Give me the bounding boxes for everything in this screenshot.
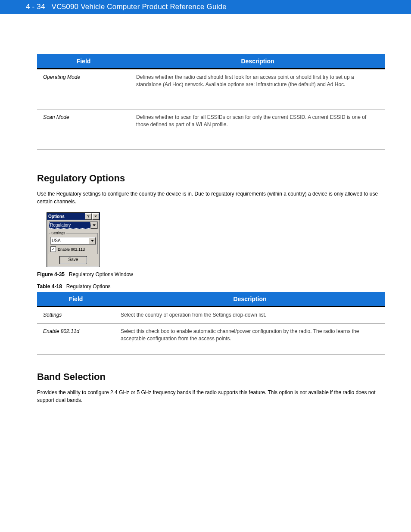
help-button[interactable]: ? (85, 213, 92, 220)
section-band-title: Band Selection (37, 371, 385, 383)
section-regulatory-title: Regulatory Options (37, 173, 385, 184)
table2-row0-field: Settings (37, 307, 115, 324)
table2-caption: Table 4-18 Regulatory Options (37, 283, 385, 289)
table2-row1-field: Enable 802.11d (37, 323, 115, 355)
enable-80211d-label: Enable 802.11d (58, 247, 85, 252)
chevron-down-icon[interactable] (90, 222, 97, 229)
enable-80211d-row[interactable]: ✓ Enable 802.11d (50, 246, 96, 252)
table1-row1-desc: Defines whether to scan for all ESSIDs o… (130, 109, 385, 149)
section-band-body: Provides the ability to configure 2.4 GH… (37, 389, 385, 404)
table-row: Operating Mode Defines whether the radio… (37, 69, 385, 109)
table1-row0-desc: Defines whether the radio card should fi… (130, 69, 385, 109)
country-dropdown[interactable]: USA (50, 237, 96, 245)
save-button[interactable]: Save (59, 256, 87, 264)
dialog-title-text: Options (48, 214, 85, 219)
regulatory-table: Field Description Settings Select the co… (37, 292, 385, 355)
country-dropdown-value: USA (51, 237, 89, 244)
table2-desc-header: Description (115, 292, 385, 307)
table2-field-header: Field (37, 292, 115, 307)
svg-marker-1 (91, 240, 94, 242)
settings-fieldset: Settings USA ✓ Enable 802.11d (49, 231, 98, 254)
figure-caption: Figure 4-35 Regulatory Options Window (37, 271, 385, 277)
table-row: Settings Select the country of operation… (37, 307, 385, 324)
page-number: 4 - 34 (26, 3, 45, 11)
svg-marker-0 (93, 224, 96, 226)
table2-row1-desc: Select this check box to enable automati… (115, 323, 385, 355)
table-row: Enable 802.11d Select this check box to … (37, 323, 385, 355)
table-row: Scan Mode Defines whether to scan for al… (37, 109, 385, 149)
table1-row0-field: Operating Mode (37, 69, 130, 109)
table2-title: Regulatory Options (66, 283, 111, 289)
figure-label: Figure 4-35 (37, 271, 65, 277)
table1-row1-field: Scan Mode (37, 109, 130, 149)
options-dialog: Options ? × Regulatory Settings USA (47, 212, 100, 267)
chevron-down-icon[interactable] (89, 237, 96, 244)
table1-field-header: Field (37, 54, 130, 69)
figure-title: Regulatory Options Window (69, 271, 133, 277)
table1-desc-header: Description (130, 54, 385, 69)
section-regulatory-body: Use the Regulatory settings to configure… (37, 190, 385, 205)
doc-title: VC5090 Vehicle Computer Product Referenc… (52, 3, 227, 11)
operating-mode-table: Field Description Operating Mode Defines… (37, 54, 385, 149)
page-header: 4 - 34 VC5090 Vehicle Computer Product R… (0, 0, 411, 14)
table2-label: Table 4-18 (37, 283, 62, 289)
field-dropdown[interactable]: Regulatory (49, 221, 98, 229)
dialog-titlebar: Options ? × (47, 213, 100, 220)
close-button[interactable]: × (92, 213, 99, 220)
settings-legend: Settings (50, 231, 66, 235)
field-dropdown-value: Regulatory (49, 222, 90, 229)
checkbox-icon[interactable]: ✓ (50, 246, 56, 252)
table2-row0-desc: Select the country of operation from the… (115, 307, 385, 324)
